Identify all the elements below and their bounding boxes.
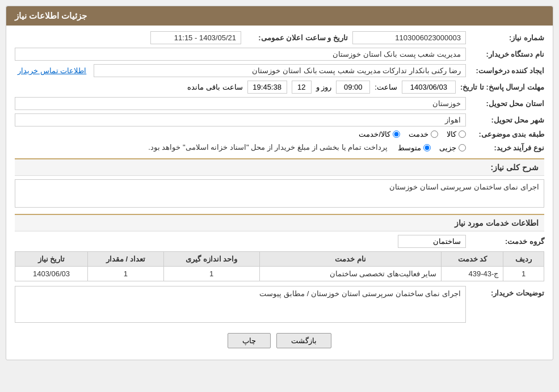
process-type-radio-group: جزیی متوسط: [398, 144, 466, 152]
general-desc-container: [15, 179, 544, 209]
cell-quantity: 1: [88, 266, 164, 281]
main-card: جزئیات اطلاعات نیاز شماره نیاز: 11030060…: [6, 6, 553, 360]
col-service-code: کد خدمت: [442, 251, 503, 266]
contact-link[interactable]: اطلاعات تماس خریدار: [15, 65, 89, 77]
page-container: جزئیات اطلاعات نیاز شماره نیاز: 11030060…: [0, 0, 559, 392]
radio-kala-khadamat-item: کالا/خدمت: [359, 130, 400, 138]
response-time-value: 09:00: [336, 81, 370, 94]
city-label: شهر محل تحویل:: [470, 116, 544, 124]
buyer-desc-header: توضیحات خریدار:: [470, 286, 544, 297]
response-deadline-row: مهلت ارسال پاسخ: تا تاریخ: 1403/06/03 سا…: [15, 81, 544, 94]
classification-label: طبقه بندی موضوعی:: [470, 130, 544, 138]
general-desc-header: شرح کلی نیاز:: [15, 158, 544, 176]
radio-jozii-label: جزیی: [439, 144, 456, 152]
response-day-label: روز و: [316, 83, 332, 91]
cell-unit: 1: [163, 266, 259, 281]
radio-kala-khadamat-label: کالا/خدمت: [359, 130, 390, 138]
col-date: تاریخ نیاز: [15, 251, 88, 266]
radio-motavaset-label: متوسط: [398, 144, 421, 152]
response-day-value: 12: [292, 81, 312, 94]
radio-jozii[interactable]: [459, 144, 466, 151]
city-row: شهر محل تحویل: اهواز: [15, 113, 544, 127]
buyer-name-label: نام دستگاه خریدار:: [470, 50, 544, 58]
radio-kala[interactable]: [459, 130, 466, 138]
announcement-datetime-value: 1403/05/21 - 11:15: [150, 31, 241, 44]
radio-kala-label: کالا: [447, 130, 456, 138]
radio-motavaset-item: متوسط: [398, 144, 431, 152]
response-time-label: ساعت:: [375, 83, 397, 91]
response-remaining-label: ساعت باقی مانده: [187, 83, 242, 91]
radio-khadamat[interactable]: [431, 130, 438, 138]
general-desc-textarea[interactable]: [15, 179, 544, 208]
city-value: اهواز: [15, 113, 466, 127]
service-group-value: ساختمان: [398, 235, 466, 248]
radio-motavaset[interactable]: [423, 144, 431, 151]
card-body: شماره نیاز: 1103006023000003 تاریخ و ساع…: [6, 26, 553, 360]
col-row-num: ردیف: [503, 251, 544, 266]
buyer-desc-container: [15, 286, 466, 324]
requester-label: ایجاد کننده درخواست:: [470, 66, 544, 75]
service-group-row: گروه خدمت: ساختمان: [15, 235, 544, 248]
process-type-label: نوع فرآیند خرید:: [470, 144, 544, 152]
radio-jozii-item: جزیی: [439, 144, 466, 152]
cell-row-num: 1: [503, 266, 544, 281]
services-table-head: ردیف کد خدمت نام خدمت واحد اندازه گیری ت…: [15, 251, 544, 266]
services-table: ردیف کد خدمت نام خدمت واحد اندازه گیری ت…: [15, 251, 544, 281]
services-info-header: اطلاعات خدمات مورد نیاز: [15, 214, 544, 231]
response-date-value: 1403/06/03: [402, 81, 456, 94]
radio-khadamat-item: خدمت: [409, 130, 438, 138]
col-unit: واحد اندازه گیری: [163, 251, 259, 266]
province-label: استان محل تحویل:: [470, 99, 544, 108]
need-number-label: شماره نیاز:: [470, 33, 544, 42]
need-number-row: شماره نیاز: 1103006023000003 تاریخ و ساع…: [15, 31, 544, 44]
col-service-name: نام خدمت: [259, 251, 442, 266]
card-header: جزئیات اطلاعات نیاز: [6, 6, 553, 26]
table-row: 1 ج-43-439 سایر فعالیت‌های تخصصی ساختمان…: [15, 266, 544, 281]
page-title: جزئیات اطلاعات نیاز: [15, 11, 87, 20]
button-row: بازگشت چاپ: [15, 333, 544, 354]
cell-service-name: سایر فعالیت‌های تخصصی ساختمان: [259, 266, 442, 281]
response-remaining-value: 19:45:38: [247, 81, 287, 94]
buyer-desc-row: توضیحات خریدار:: [15, 286, 544, 324]
requester-value: رضا رکنی بانکدار تدارکات مدیریت شعب پست …: [94, 64, 466, 77]
col-quantity: تعداد / مقدار: [88, 251, 164, 266]
process-type-row: نوع فرآیند خرید: جزیی متوسط پرداخت تمام …: [15, 142, 544, 154]
announcement-datetime-label: تاریخ و ساعت اعلان عمومی:: [246, 33, 348, 42]
service-group-label: گروه خدمت:: [470, 237, 544, 246]
print-button[interactable]: چاپ: [228, 333, 271, 348]
classification-radio-group: کالا خدمت کالا/خدمت: [359, 130, 466, 138]
buyer-name-value: مدیریت شعب پست بانک استان خوزستان: [15, 48, 466, 61]
buyer-desc-textarea[interactable]: [15, 286, 466, 323]
province-value: خوزستان: [15, 97, 466, 110]
buyer-name-row: نام دستگاه خریدار: مدیریت شعب پست بانک ا…: [15, 48, 544, 61]
classification-row: طبقه بندی موضوعی: کالا خدمت کالا/خدمت: [15, 130, 544, 138]
process-description: پرداخت تمام یا بخشی از مبلغ خریدار از مح…: [15, 142, 388, 154]
radio-kala-item: کالا: [447, 130, 466, 138]
requester-row: ایجاد کننده درخواست: رضا رکنی بانکدار تد…: [15, 64, 544, 77]
need-number-value: 1103006023000003: [352, 31, 466, 44]
province-row: استان محل تحویل: خوزستان: [15, 97, 544, 110]
services-table-body: 1 ج-43-439 سایر فعالیت‌های تخصصی ساختمان…: [15, 266, 544, 281]
back-button[interactable]: بازگشت: [276, 333, 331, 348]
response-deadline-label: مهلت ارسال پاسخ: تا تاریخ:: [460, 83, 544, 91]
cell-service-code: ج-43-439: [442, 266, 503, 281]
radio-kala-khadamat[interactable]: [393, 130, 400, 138]
radio-khadamat-label: خدمت: [409, 130, 428, 138]
cell-date: 1403/06/03: [15, 266, 88, 281]
services-table-header-row: ردیف کد خدمت نام خدمت واحد اندازه گیری ت…: [15, 251, 544, 266]
